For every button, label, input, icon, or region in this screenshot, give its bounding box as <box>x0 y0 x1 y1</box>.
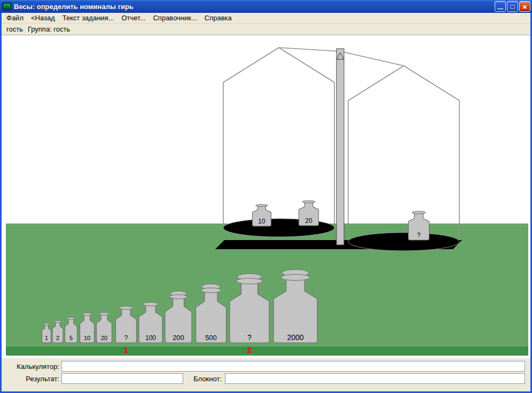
weight-label: 20 <box>101 335 107 341</box>
weight-label: 20 <box>305 217 312 225</box>
weight-label: ? <box>247 333 252 342</box>
result-label: Результат: <box>4 375 59 383</box>
menu-item-0[interactable]: Файл <box>3 13 27 22</box>
scene-area: 1020 ? 1251020?100200500?2000 12 <box>2 35 530 358</box>
user-bar: гость Группа: гость <box>2 24 530 35</box>
app-window: Весы: определить номиналы гирь — □ × Фай… <box>0 0 532 393</box>
menu-item-5[interactable]: Справка <box>201 13 236 22</box>
notebook-input[interactable] <box>225 373 525 384</box>
weight-label: 2000 <box>287 333 303 342</box>
weight-jug-20[interactable]: 20 <box>299 201 319 226</box>
close-icon: × <box>522 3 527 11</box>
beam-left <box>279 48 340 51</box>
weight-label: 200 <box>173 334 184 342</box>
user-group: Группа: гость <box>28 25 70 33</box>
ground-edge <box>6 346 528 356</box>
weight-label: 10 <box>84 335 90 341</box>
balance-scene: 1020 ? 1251020?100200500?2000 12 <box>2 35 530 358</box>
weight-label: 500 <box>205 334 217 342</box>
calculator-input[interactable] <box>61 361 525 372</box>
minimize-icon: — <box>497 6 503 12</box>
weight-jug-10[interactable]: 10 <box>253 204 271 226</box>
notebook-label: Блокнот: <box>189 375 222 383</box>
menu-item-1[interactable]: <Назад <box>27 13 59 22</box>
result-input[interactable] <box>61 373 183 384</box>
window-body: Файл<НазадТекст задания...Отчет...Справо… <box>0 13 532 393</box>
window-controls: — □ × <box>495 1 530 12</box>
maximize-button[interactable]: □ <box>507 1 518 12</box>
weight-jug-?[interactable]: ? <box>409 211 429 240</box>
right-pan <box>348 233 459 251</box>
weight-label: 100 <box>145 334 156 342</box>
minimize-button[interactable]: — <box>495 1 506 12</box>
maximize-icon: □ <box>511 3 515 10</box>
menu-item-4[interactable]: Справочник... <box>149 13 200 22</box>
weight-label: ? <box>124 334 128 342</box>
weight-label: 1 <box>45 335 48 341</box>
beam-right <box>340 51 404 66</box>
right-pan-weights: ? <box>409 211 429 240</box>
menu-item-2[interactable]: Текст задания... <box>59 13 118 22</box>
calculator-label: Калькулятор: <box>4 363 59 371</box>
title-bar[interactable]: Весы: определить номиналы гирь — □ × <box>0 0 532 13</box>
user-name: гость <box>6 25 23 33</box>
weight-label: ? <box>417 232 421 239</box>
balance-pillar <box>337 49 344 245</box>
close-button[interactable]: × <box>519 1 530 12</box>
window-title: Весы: определить номиналы гирь <box>14 3 495 11</box>
annotation-label-2: 2 <box>247 346 252 355</box>
weight-label: 2 <box>56 335 59 341</box>
weight-label: 10 <box>258 218 265 225</box>
menu-bar: Файл<НазадТекст задания...Отчет...Справо… <box>2 13 530 24</box>
app-icon <box>3 2 11 11</box>
bottom-panel: Калькулятор: Результат: Блокнот: <box>2 358 530 391</box>
annotation-label-1: 1 <box>124 346 128 355</box>
menu-item-3[interactable]: Отчет... <box>118 13 149 22</box>
weight-label: 5 <box>69 335 73 341</box>
